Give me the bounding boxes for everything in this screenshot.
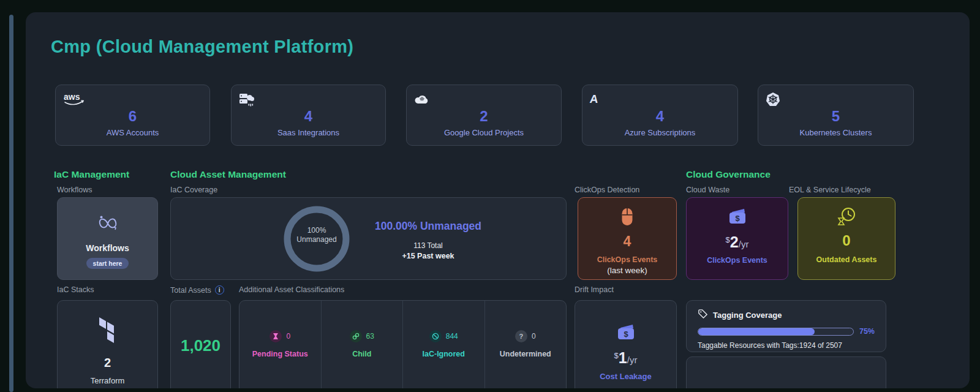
iac-stacks-card[interactable]: 2 Terraform <box>57 300 158 388</box>
saas-server-cloud-icon <box>239 91 255 107</box>
label-eol-lifecycle: EOL & Service Lifecycle <box>789 186 871 194</box>
google-cloud-label: Google Cloud Projects <box>444 128 524 137</box>
iac-ignored-label: IaC-Ignored <box>423 350 465 358</box>
iac-ignored-count: 844 <box>446 332 458 341</box>
eol-lifecycle-card[interactable]: 0 Outdated Assets <box>797 197 895 280</box>
cloud-waste-card[interactable]: $ $2/yr ClickOps Events <box>686 197 788 280</box>
kubernetes-icon <box>766 91 780 107</box>
saas-integrations-count: 4 <box>304 108 312 125</box>
iac-coverage-card[interactable]: 100% Unmanaged 100.00% Unmanaged 113 Tot… <box>170 197 567 280</box>
kubernetes-clusters-count: 5 <box>832 108 840 125</box>
outdated-assets-caption: Outdated Assets <box>816 255 877 264</box>
pending-status-label: Pending Status <box>252 350 308 358</box>
terraform-icon <box>99 317 117 346</box>
total-assets-card[interactable]: 1,020 <box>170 300 231 388</box>
clock-hourglass-icon <box>836 206 857 228</box>
page-scrollbar[interactable] <box>9 15 13 392</box>
drift-caption: Cost Leakage <box>600 372 652 381</box>
link-icon <box>350 330 362 342</box>
pending-status-count: 0 <box>286 332 290 341</box>
donut-center-text: 100% Unmanaged <box>282 226 351 244</box>
clickops-subcaption: (last week) <box>607 266 647 275</box>
coverage-headline: 100.00% Unmanaged <box>355 220 502 233</box>
stat-card-saas-integrations[interactable]: 4 Saas Integrations <box>231 85 386 146</box>
label-additional-classifications: Additional Asset Classifications <box>239 285 344 294</box>
total-assets-value: 1,020 <box>181 336 221 388</box>
wallet-icon: $ <box>727 208 748 228</box>
asset-classifications-card[interactable]: 0 Pending Status 63 Child <box>239 300 567 388</box>
workflows-card-title: Workflows <box>86 243 129 253</box>
label-iac-coverage: IaC Coverage <box>170 186 217 194</box>
section-cloud-governance: Cloud Governance <box>686 169 771 180</box>
loading-spinner-icon <box>777 385 794 388</box>
classification-undetermined[interactable]: ? 0 Undetermined <box>484 301 567 388</box>
ban-icon <box>429 330 442 342</box>
svg-text:aws: aws <box>64 92 80 102</box>
stat-card-azure-subscriptions[interactable]: A 4 Azure Subscriptions <box>582 85 738 146</box>
undetermined-label: Undetermined <box>500 350 551 358</box>
dashboard-panel: Cmp (Cloud Management Platform) aws 6 AW… <box>26 12 970 388</box>
google-cloud-icon <box>414 91 430 107</box>
kubernetes-clusters-label: Kubernetes Clusters <box>800 128 872 137</box>
tagging-percent: 75% <box>859 327 875 336</box>
clickops-detection-card[interactable]: 4 ClickOps Events (last week) <box>578 197 677 280</box>
terraform-caption: Terraform <box>91 376 125 385</box>
saas-integrations-label: Saas Integrations <box>277 128 339 137</box>
tagging-coverage-card[interactable]: Tagging Coverage 75% Taggable Resources … <box>686 300 886 352</box>
section-iac-management: IaC Management <box>54 169 129 180</box>
stat-card-kubernetes-clusters[interactable]: 5 Kubernetes Clusters <box>758 85 914 146</box>
azure-icon: A <box>590 91 598 107</box>
stat-card-aws-accounts[interactable]: aws 6 AWS Accounts <box>55 85 210 146</box>
terraform-count: 2 <box>104 356 111 370</box>
child-count: 63 <box>366 332 374 341</box>
aws-logo-icon: aws <box>63 91 85 107</box>
hourglass-icon <box>270 330 282 342</box>
info-icon[interactable]: i <box>215 285 224 295</box>
label-drift-impact: Drift Impact <box>575 285 614 294</box>
classification-pending-status[interactable]: 0 Pending Status <box>239 301 321 388</box>
cloud-waste-amount: $2/yr <box>726 233 749 251</box>
workflows-card[interactable]: Workflows start here <box>57 197 158 280</box>
outdated-assets-count: 0 <box>842 232 850 249</box>
aws-accounts-count: 6 <box>129 108 137 125</box>
start-here-badge: start here <box>86 258 129 269</box>
tagging-title: Tagging Coverage <box>713 311 782 320</box>
classification-iac-ignored[interactable]: 844 IaC-Ignored <box>402 301 484 388</box>
drift-impact-card[interactable]: $ $1/yr Cost Leakage <box>575 300 677 388</box>
tagging-caption: Taggable Resources with Tags:1924 of 250… <box>698 341 875 350</box>
svg-text:$: $ <box>624 330 628 339</box>
undetermined-count: 0 <box>532 332 536 341</box>
label-cloud-waste: Cloud Waste <box>686 186 729 194</box>
page-title: Cmp (Cloud Management Platform) <box>51 37 353 57</box>
coverage-total: 113 Total <box>355 241 502 250</box>
coverage-past-week: +15 Past week <box>355 252 502 260</box>
loading-card <box>686 356 886 388</box>
azure-subscriptions-count: 4 <box>656 108 664 125</box>
question-icon: ? <box>515 330 527 342</box>
section-cloud-asset-management: Cloud Asset Management <box>170 169 286 180</box>
stat-card-google-cloud[interactable]: 2 Google Cloud Projects <box>406 85 562 146</box>
cloud-waste-caption: ClickOps Events <box>707 256 767 265</box>
workflow-icon <box>97 214 119 236</box>
azure-subscriptions-label: Azure Subscriptions <box>625 128 696 137</box>
tagging-progress-fill <box>698 328 815 335</box>
aws-accounts-label: AWS Accounts <box>107 128 159 137</box>
classification-child[interactable]: 63 Child <box>321 301 403 388</box>
tagging-progress-bar <box>698 328 854 336</box>
clickops-caption: ClickOps Events <box>597 255 658 264</box>
clickops-count: 4 <box>624 233 631 250</box>
drift-amount: $1/yr <box>614 349 638 367</box>
child-label: Child <box>352 350 371 358</box>
label-total-assets: Total Assets i <box>170 285 224 295</box>
coverage-summary: 100.00% Unmanaged 113 Total +15 Past wee… <box>355 220 502 260</box>
google-cloud-count: 2 <box>480 108 488 125</box>
label-workflows: Workflows <box>57 186 92 194</box>
label-clickops-detection: ClickOps Detection <box>575 186 639 194</box>
mouse-icon <box>619 207 635 229</box>
label-iac-stacks: IaC Stacks <box>57 285 94 294</box>
wallet-icon: $ <box>616 324 636 344</box>
tag-icon <box>698 309 708 321</box>
svg-text:$: $ <box>735 214 740 223</box>
